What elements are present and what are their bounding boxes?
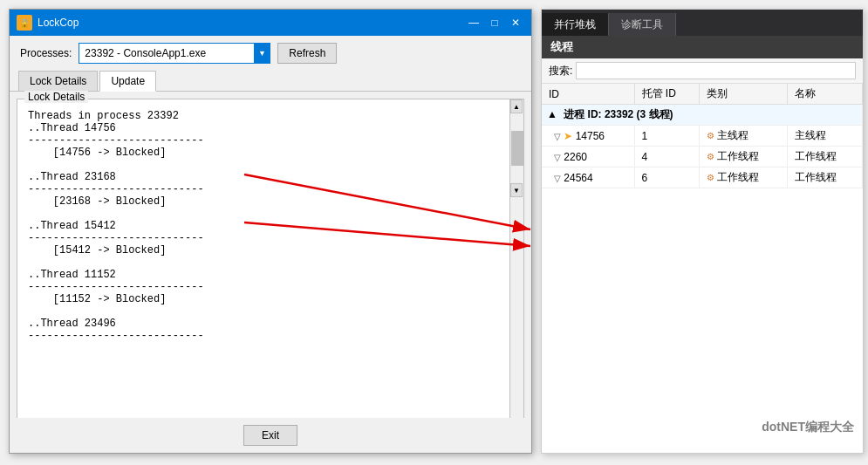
debug-icon-24564: ⚙	[707, 173, 714, 182]
debug-icon-14756: ⚙	[707, 131, 714, 140]
minimize-button[interactable]: —	[465, 15, 482, 31]
lock-details-group: Lock Details Threads in process 23392 ..…	[17, 99, 524, 439]
thread-name-14756: 主线程	[788, 126, 863, 147]
app-title: LockCop	[38, 17, 79, 29]
process-group-row[interactable]: ▲ 进程 ID: 23392 (3 线程)	[542, 105, 863, 126]
col-header-managed-id: 托管 ID	[634, 84, 699, 105]
arrow-icon-14756: ➤	[564, 130, 572, 142]
vs-search-bar: 搜索:	[542, 58, 863, 84]
thread-text-area: Threads in process 23392 ..Thread 14756 …	[17, 99, 523, 424]
exit-button[interactable]: Exit	[243, 425, 297, 446]
scroll-down-button[interactable]: ▼	[510, 183, 523, 197]
tab-bar: Lock Details Update	[10, 71, 531, 92]
filter-icon-24564: ▽	[554, 174, 561, 183]
toolbar: Processes: 23392 - ConsoleApp1.exe ▼ Ref…	[10, 36, 531, 71]
thread-name-24564: 工作线程	[788, 168, 863, 188]
maximize-button[interactable]: □	[486, 15, 503, 31]
col-header-id: ID	[542, 84, 634, 105]
selected-process-text: 23392 - ConsoleApp1.exe	[85, 47, 206, 59]
thread-row-2260[interactable]: ▽ 2260 4 ⚙ 工作线程 工作线程	[542, 147, 863, 168]
title-bar: 🔒 LockCop — □ ✕	[10, 10, 531, 36]
thread-managed-14756: 1	[634, 126, 699, 147]
thread-category-14756: ⚙ 主线程	[699, 126, 788, 147]
threads-table: ID 托管 ID 类别 名称 ▲ 进程 ID: 23392 (3 线程) ▽ ➤…	[542, 84, 863, 188]
vertical-scrollbar[interactable]: ▲ ▼	[509, 99, 523, 438]
scroll-up-button[interactable]: ▲	[510, 99, 523, 113]
title-bar-left: 🔒 LockCop	[17, 15, 79, 31]
col-header-name: 名称	[788, 84, 863, 105]
thread-content: Threads in process 23392 ..Thread 14756 …	[17, 99, 509, 424]
process-group-label: ▲ 进程 ID: 23392 (3 线程)	[542, 105, 863, 126]
refresh-button[interactable]: Refresh	[277, 43, 337, 64]
vs-search-label: 搜索:	[549, 64, 572, 79]
filter-icon-14756: ▽	[554, 132, 561, 141]
thread-category-24564: ⚙ 工作线程	[699, 168, 788, 188]
dropdown-arrow-icon: ▼	[254, 44, 270, 63]
vs-tabs: 并行堆栈 诊断工具	[542, 10, 863, 36]
thread-row-24564[interactable]: ▽ 24564 6 ⚙ 工作线程 工作线程	[542, 168, 863, 188]
close-button[interactable]: ✕	[507, 15, 524, 31]
thread-category-2260: ⚙ 工作线程	[699, 147, 788, 168]
app-icon: 🔒	[17, 15, 32, 31]
process-dropdown[interactable]: 23392 - ConsoleApp1.exe ▼	[79, 43, 270, 64]
thread-managed-24564: 6	[634, 168, 699, 188]
footer-bar: Exit	[10, 418, 531, 453]
filter-icon-2260: ▽	[554, 153, 561, 162]
debug-icon-2260: ⚙	[707, 152, 714, 161]
processes-label: Processes:	[20, 47, 72, 59]
col-header-category: 类别	[699, 84, 788, 105]
content-area: Threads in process 23392 ..Thread 14756 …	[17, 99, 523, 438]
thread-filter-24564: ▽ 24564	[542, 168, 634, 188]
main-window: 🔒 LockCop — □ ✕ Processes: 23392 - Conso…	[9, 9, 532, 454]
vs-panel: 并行堆栈 诊断工具 线程 搜索: ID 托管 ID 类别 名称 ▲ 进程 ID:…	[541, 9, 864, 454]
tab-lock-details[interactable]: Lock Details	[18, 71, 98, 91]
tab-update[interactable]: Update	[99, 71, 156, 92]
thread-filter-14756: ▽ ➤ 14756	[542, 126, 634, 147]
title-controls: — □ ✕	[465, 15, 524, 31]
thread-name-2260: 工作线程	[788, 147, 863, 168]
watermark: dotNET编程大全	[762, 420, 854, 435]
scroll-thumb[interactable]	[511, 131, 523, 166]
thread-row-14756[interactable]: ▽ ➤ 14756 1 ⚙ 主线程 主线程	[542, 126, 863, 147]
vs-tab-diagnostic[interactable]: 诊断工具	[609, 13, 676, 36]
group-label-text: 进程 ID: 23392 (3 线程)	[564, 108, 673, 120]
thread-managed-2260: 4	[634, 147, 699, 168]
vs-header: 线程	[542, 36, 863, 58]
thread-filter-2260: ▽ 2260	[542, 147, 634, 168]
table-header-row: ID 托管 ID 类别 名称	[542, 84, 863, 105]
group-toggle-icon[interactable]: ▲	[547, 108, 557, 120]
vs-search-input[interactable]	[576, 62, 856, 79]
vs-tab-parallel-stacks[interactable]: 并行堆栈	[542, 13, 609, 36]
